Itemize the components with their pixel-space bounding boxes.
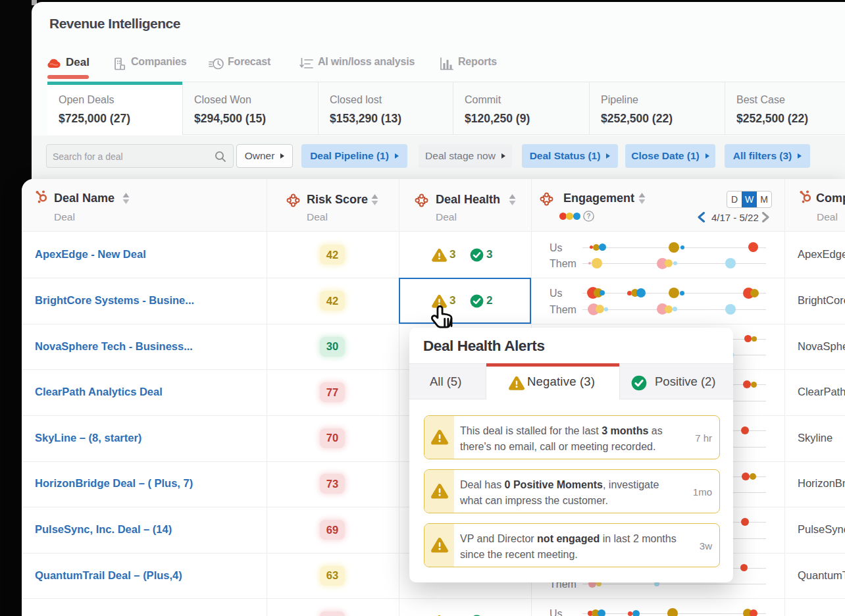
svg-text:?: ?	[586, 212, 590, 220]
